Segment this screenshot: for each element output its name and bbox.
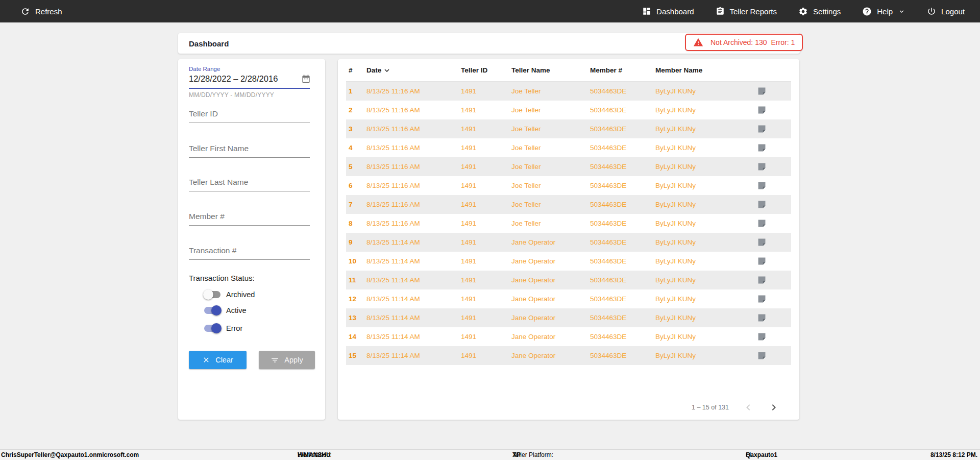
apply-button-label: Apply [284, 356, 303, 364]
note-icon[interactable] [757, 87, 766, 95]
teller-first-name-input[interactable] [189, 144, 310, 158]
table-row[interactable]: 5 8/13/25 11:16 AM 1491 Joe Teller 50344… [346, 157, 791, 176]
row-member-num: 5034463DE [590, 144, 655, 152]
date-range-underline [189, 88, 310, 89]
filter-panel: Date Range MM/DD/YYYY - MM/DD/YYYY Trans… [178, 59, 325, 420]
toggle-label: Active [226, 306, 247, 314]
note-icon[interactable] [757, 219, 766, 228]
row-teller-id: 1491 [461, 238, 511, 246]
note-icon[interactable] [757, 332, 766, 341]
row-member-num: 5034463DE [590, 257, 655, 265]
clipboard-icon [716, 7, 725, 16]
error-toggle[interactable]: Error [203, 323, 242, 334]
row-teller-name: Joe Teller [511, 182, 590, 189]
table-row[interactable]: 13 8/13/25 11:14 AM 1491 Jane Operator 5… [346, 308, 791, 327]
calendar-icon[interactable] [301, 74, 311, 84]
table-row[interactable]: 8 8/13/25 11:16 AM 1491 Joe Teller 50344… [346, 214, 791, 233]
note-icon[interactable] [757, 181, 766, 190]
archived-toggle[interactable]: Archived [203, 289, 255, 300]
note-icon[interactable] [757, 313, 766, 322]
note-icon[interactable] [757, 257, 766, 265]
row-teller-name: Joe Teller [511, 87, 590, 95]
nav-item-dashboard[interactable]: Dashboard [642, 7, 694, 16]
note-icon[interactable] [757, 238, 766, 247]
active-toggle[interactable]: Active [203, 305, 247, 316]
row-teller-name: Joe Teller [511, 201, 590, 208]
member-number-input[interactable] [189, 212, 310, 226]
apply-button[interactable]: Apply [259, 351, 315, 369]
column-header-teller-id[interactable]: Teller ID [461, 66, 511, 74]
row-teller-name: Jane Operator [511, 238, 590, 246]
note-icon[interactable] [757, 276, 766, 284]
table-row[interactable]: 7 8/13/25 11:16 AM 1491 Joe Teller 50344… [346, 195, 791, 214]
row-member-num: 5034463DE [590, 182, 655, 189]
previous-page-button[interactable] [742, 401, 754, 414]
table-row[interactable]: 14 8/13/25 11:14 AM 1491 Jane Operator 5… [346, 327, 791, 346]
nav-item-label: Dashboard [656, 7, 694, 16]
chevron-down-icon [898, 8, 905, 15]
sort-desc-icon [382, 66, 391, 75]
row-date: 8/13/25 11:14 AM [366, 276, 461, 284]
not-archived-alert-badge[interactable]: Not Archived: 130Error: 1 [685, 34, 803, 51]
table-row[interactable]: 15 8/13/25 11:14 AM 1491 Jane Operator 5… [346, 346, 791, 365]
table-row[interactable]: 6 8/13/25 11:16 AM 1491 Joe Teller 50344… [346, 176, 791, 195]
table-row[interactable]: 2 8/13/25 11:16 AM 1491 Joe Teller 50344… [346, 101, 791, 119]
note-icon[interactable] [757, 125, 766, 133]
nav-item-teller-reports[interactable]: Teller Reports [716, 7, 777, 16]
refresh-label: Refresh [35, 7, 62, 16]
row-date: 8/13/25 11:16 AM [366, 125, 461, 133]
date-range-input[interactable] [189, 74, 301, 84]
row-teller-name: Jane Operator [511, 352, 590, 359]
row-member-name: ByLyJI KUNy [655, 257, 757, 265]
note-icon[interactable] [757, 143, 766, 152]
note-icon[interactable] [757, 295, 766, 303]
alert-text: Not Archived: 130Error: 1 [710, 38, 795, 46]
row-date: 8/13/25 11:16 AM [366, 182, 461, 189]
page: { "topnav": { "refresh_label": "Refresh"… [0, 0, 980, 460]
column-header-member-name[interactable]: Member Name [655, 66, 757, 74]
warning-icon [693, 37, 703, 47]
nav-item-settings[interactable]: Settings [798, 7, 841, 16]
row-teller-id: 1491 [461, 87, 511, 95]
table-row[interactable]: 11 8/13/25 11:14 AM 1491 Jane Operator 5… [346, 271, 791, 289]
dashboard-icon [642, 7, 651, 16]
row-teller-id: 1491 [461, 106, 511, 114]
table-row[interactable]: 10 8/13/25 11:14 AM 1491 Jane Operator 5… [346, 252, 791, 271]
clear-button-label: Clear [215, 356, 233, 364]
row-member-num: 5034463DE [590, 201, 655, 208]
column-header-date[interactable]: Date [366, 66, 461, 75]
note-icon[interactable] [757, 106, 766, 114]
column-header-member-num[interactable]: Member # [590, 66, 655, 74]
row-teller-name: Joe Teller [511, 106, 590, 114]
teller-last-name-input[interactable] [189, 178, 310, 191]
row-index: 3 [346, 125, 366, 133]
note-icon[interactable] [757, 351, 766, 360]
nav-right-group: Dashboard Teller Reports Settings Help [642, 7, 965, 16]
transaction-number-input[interactable] [189, 246, 310, 260]
row-teller-id: 1491 [461, 352, 511, 359]
table-row[interactable]: 3 8/13/25 11:16 AM 1491 Joe Teller 50344… [346, 119, 791, 138]
teller-id-input[interactable] [189, 109, 310, 123]
table-row[interactable]: 4 8/13/25 11:16 AM 1491 Joe Teller 50344… [346, 138, 791, 157]
next-page-button[interactable] [768, 401, 780, 414]
table-row[interactable]: 12 8/13/25 11:14 AM 1491 Jane Operator 5… [346, 289, 791, 308]
column-header-teller-name[interactable]: Teller Name [511, 66, 590, 74]
toggle-label: Error [226, 324, 242, 332]
table-row[interactable]: 9 8/13/25 11:14 AM 1491 Jane Operator 50… [346, 233, 791, 252]
note-icon[interactable] [757, 200, 766, 209]
row-date: 8/13/25 11:14 AM [366, 257, 461, 265]
top-nav: Refresh Dashboard Teller Reports Setting… [0, 0, 980, 22]
nav-item-label: Teller Reports [730, 7, 777, 16]
status-bar: ChrisSuperTeller@Qaxpauto1.onmicrosoft.c… [0, 449, 980, 460]
column-header-num[interactable]: # [346, 66, 366, 74]
note-icon[interactable] [757, 162, 766, 171]
row-member-num: 5034463DE [590, 163, 655, 171]
table-row[interactable]: 1 8/13/25 11:16 AM 1491 Joe Teller 50344… [346, 82, 791, 101]
row-teller-name: Jane Operator [511, 276, 590, 284]
nav-item-logout[interactable]: Logout [927, 7, 965, 16]
row-teller-id: 1491 [461, 182, 511, 189]
toggle-switch-icon [203, 323, 222, 334]
nav-item-help[interactable]: Help [862, 7, 905, 16]
refresh-button[interactable]: Refresh [20, 7, 62, 16]
clear-button[interactable]: Clear [189, 351, 247, 369]
